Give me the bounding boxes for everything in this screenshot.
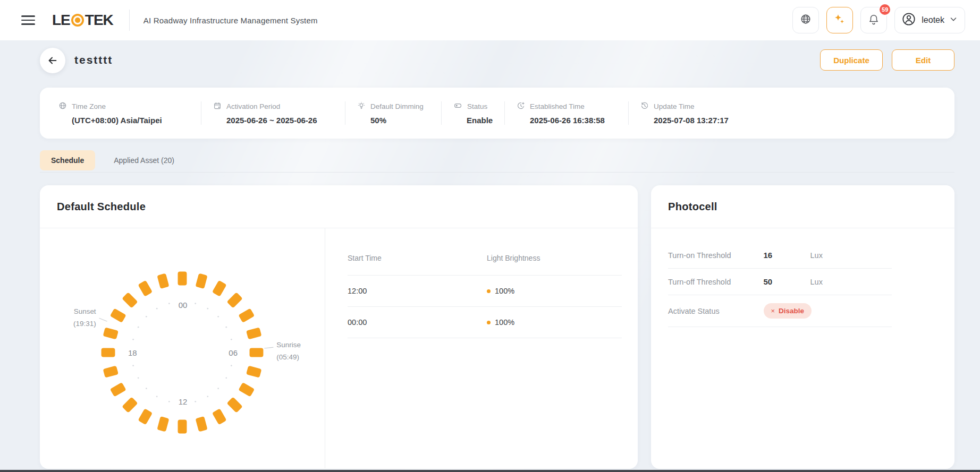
row-label: Turn-on Threshold <box>668 251 764 260</box>
sunrise-leader-line <box>264 347 273 348</box>
status-badge: × Disable <box>764 303 812 319</box>
info-label: Established Time <box>530 102 585 110</box>
row-label: Turn-off Threshold <box>668 278 764 286</box>
page: LE TEK AI Roadway Infrastructure Managem… <box>0 0 980 472</box>
info-default-dimming: Default Dimming 50% <box>357 101 441 125</box>
info-value: 50% <box>357 116 432 125</box>
table-row: 00:00 100% <box>348 307 622 338</box>
logo-o-icon <box>71 14 84 27</box>
activate-status-row: Activate Status × Disable <box>668 295 892 327</box>
schedule-table-header: Start Time Light Brightness <box>348 247 622 276</box>
clock-hour-18: 18 <box>128 348 137 357</box>
info-established-time: Established Time 2025-06-26 16:38:58 <box>517 101 628 125</box>
header-actions: 59 leotek <box>792 7 965 33</box>
hamburger-menu-icon[interactable] <box>21 13 35 27</box>
page-title: testttt <box>74 54 113 66</box>
photocell-card: Photocell Turn-on Threshold 16 Lux Turn-… <box>651 185 954 469</box>
info-value: 2025-07-08 13:27:17 <box>640 116 748 125</box>
turn-off-threshold-row: Turn-off Threshold 50 Lux <box>668 269 892 295</box>
app-title: AI Roadway Infrastructure Management Sys… <box>143 16 318 25</box>
clock-hour-12: 12 <box>179 397 188 406</box>
default-schedule-card: Default Schedule 00 06 12 18 Sunset (19:… <box>40 185 638 469</box>
row-value: 16 <box>764 251 797 260</box>
brightness-dot-icon <box>487 321 491 324</box>
row-value: 50 <box>764 277 797 286</box>
schedule-table: Start Time Light Brightness 12:00 100% 0… <box>325 228 638 468</box>
duplicate-button[interactable]: Duplicate <box>820 49 883 71</box>
clock-plus-icon <box>517 101 525 111</box>
info-value: 2025-06-26 ~ 2025-06-26 <box>213 116 335 125</box>
info-label: Status <box>467 102 487 110</box>
toggle-icon <box>453 101 462 111</box>
row-label: Activate Status <box>668 307 764 315</box>
status-badge-label: Disable <box>779 307 804 315</box>
tab-schedule[interactable]: Schedule <box>40 150 95 170</box>
row-unit: Lux <box>797 251 892 260</box>
user-menu-button[interactable]: leotek <box>894 7 965 33</box>
info-status: Status Enable <box>453 101 504 125</box>
info-time-zone: Time Zone (UTC+08:00) Asia/Taipei <box>58 101 201 125</box>
avatar-icon <box>901 12 916 29</box>
chevron-down-icon <box>950 15 957 25</box>
notifications-button[interactable]: 59 <box>860 7 887 33</box>
col-light-brightness: Light Brightness <box>487 254 622 262</box>
history-clock-icon <box>640 101 649 111</box>
row-unit: Lux <box>797 278 892 286</box>
clock-hour-00: 00 <box>179 301 188 310</box>
app-header: LE TEK AI Roadway Infrastructure Managem… <box>0 0 980 40</box>
logo-text-post: TEK <box>85 12 113 29</box>
schedule-info-card: Time Zone (UTC+08:00) Asia/Taipei Activa… <box>40 88 954 139</box>
clock-hour-06: 06 <box>229 348 238 357</box>
start-time-cell: 12:00 <box>348 287 487 295</box>
info-update-time: Update Time 2025-07-08 13:27:17 <box>640 101 757 125</box>
clock-segments <box>102 272 264 434</box>
brightness-cell: 100% <box>495 287 514 295</box>
ai-assistant-button[interactable] <box>826 7 853 33</box>
header-divider <box>129 10 130 31</box>
notification-badge: 59 <box>878 3 891 16</box>
sunrise-label: Sunrise <box>276 341 301 349</box>
start-time-cell: 00:00 <box>348 318 487 327</box>
brightness-cell: 100% <box>495 318 514 327</box>
user-name: leotek <box>922 15 944 25</box>
info-activation-period: Activation Period 2025-06-26 ~ 2025-06-2… <box>213 101 345 125</box>
brightness-dot-icon <box>487 289 491 293</box>
default-schedule-title: Default Schedule <box>57 201 146 213</box>
globe-icon <box>800 13 812 27</box>
dimming-bulb-icon <box>357 101 366 111</box>
info-label: Time Zone <box>72 102 106 110</box>
bell-icon <box>868 13 880 27</box>
sparkles-icon <box>833 13 846 28</box>
clock-ticks <box>132 303 232 402</box>
tab-underline <box>40 172 954 173</box>
close-icon: × <box>771 307 775 315</box>
photocell-title: Photocell <box>668 201 717 213</box>
col-start-time: Start Time <box>348 254 487 262</box>
globe-small-icon <box>58 101 67 111</box>
info-label: Update Time <box>654 102 695 110</box>
language-button[interactable] <box>792 7 819 33</box>
dimming-clock: 00 06 12 18 Sunset (19:31) Sunrise (05:4… <box>40 228 325 468</box>
tab-bar: Schedule Applied Asset (20) <box>40 150 185 170</box>
info-value: Enable <box>453 116 495 125</box>
sunset-time: (19:31) <box>73 320 96 328</box>
turn-on-threshold-row: Turn-on Threshold 16 Lux <box>668 242 892 269</box>
info-value: (UTC+08:00) Asia/Taipei <box>58 116 191 125</box>
sunset-label: Sunset <box>74 307 96 315</box>
logo-text-pre: LE <box>52 12 70 29</box>
info-value: 2025-06-26 16:38:58 <box>517 116 619 125</box>
info-label: Default Dimming <box>370 102 424 110</box>
tab-applied-asset[interactable]: Applied Asset (20) <box>103 150 185 170</box>
edit-button[interactable]: Edit <box>892 49 954 71</box>
back-button[interactable] <box>40 48 65 73</box>
table-row: 12:00 100% <box>348 276 622 307</box>
info-label: Activation Period <box>226 102 280 110</box>
sunrise-time: (05:49) <box>276 353 299 361</box>
sunset-leader-line <box>99 318 107 321</box>
leotek-logo: LE TEK <box>52 12 113 29</box>
window-bottom-edge <box>0 470 980 472</box>
calendar-icon <box>213 101 222 111</box>
